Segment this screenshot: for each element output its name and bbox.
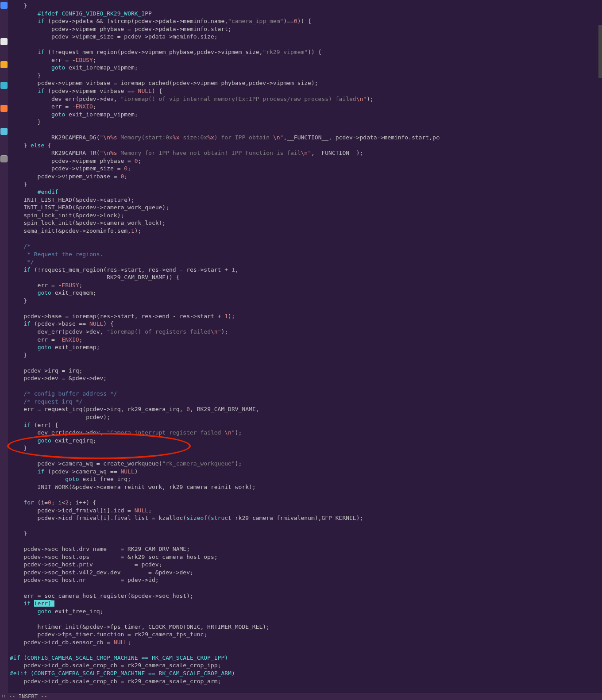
code-line: pcdev->vipmem_size = pcdev->pdata->memin… xyxy=(10,33,218,40)
code-line: err = soc_camera_host_register(&pcdev->s… xyxy=(10,592,193,599)
code-editor[interactable]: } #ifdef CONFIG_VIDEO_RK29_WORK_IPP if (… xyxy=(10,0,440,700)
right-panel-stub xyxy=(598,25,602,78)
code-line: goto exit_free_irq; xyxy=(10,608,103,615)
code-line: } xyxy=(10,119,41,125)
code-line: } xyxy=(10,445,27,451)
code-line: sema_init(&pcdev->zoominfo.sem,1); xyxy=(10,227,141,234)
code-line: * Request the regions. xyxy=(10,251,103,258)
code-line: pcdev->vipmem_virbase = 0; xyxy=(10,173,127,180)
code-line: } xyxy=(10,72,41,79)
code-line: if (pcdev->pdata && (strcmp(pcdev->pdata… xyxy=(10,18,311,24)
code-line: } xyxy=(10,352,27,358)
code-line: #ifdef CONFIG_VIDEO_RK29_WORK_IPP xyxy=(10,10,152,17)
code-line: INIT_WORK(&pcdev->camera_reinit_work, rk… xyxy=(10,484,256,490)
code-line: pcdev->irq = irq; xyxy=(10,367,82,374)
code-line: goto exit_ioremap; xyxy=(10,344,100,350)
code-line: if (pcdev->base == NULL) { xyxy=(10,320,114,327)
code-line: INIT_LIST_HEAD(&pcdev->capture); xyxy=(10,196,135,203)
code-line: */ xyxy=(10,258,34,265)
code-line: pcdev->soc_host.priv = pcdev; xyxy=(10,561,162,568)
code-line: pcdev->soc_host.v4l2_dev.dev = &pdev->de… xyxy=(10,569,193,576)
code-line: pcdev->soc_host.drv_name = RK29_CAM_DRV_… xyxy=(10,546,190,552)
vim-mode-label: -- INSERT -- xyxy=(9,693,47,700)
code-line: pcdev->vipmem_phybase = 0; xyxy=(10,158,141,164)
code-line: pcdev->vipmem_virbase = ioremap_cached(p… xyxy=(10,80,318,86)
code-line: /* config buffer address */ xyxy=(10,390,117,397)
code-line: pcdev->icd_frmival[i].icd = NULL; xyxy=(10,507,152,514)
code-line: hrtimer_init(&pcdev->fps_timer, CLOCK_MO… xyxy=(10,623,270,630)
code-line: RK29CAMERA_TR("\n%s Memory for IPP have … xyxy=(10,150,363,156)
cursor xyxy=(51,600,54,607)
code-line: err = -ENXIO; xyxy=(10,103,96,110)
code-line: pcdev->icd_cb.scale_crop_cb = rk29_camer… xyxy=(10,662,221,669)
code-line: spin_lock_init(&pcdev->camera_work_lock)… xyxy=(10,219,166,226)
status-bar: -- INSERT -- xyxy=(0,693,602,700)
code-line: /* request irq */ xyxy=(10,398,82,405)
code-line: err = -EBUSY; xyxy=(10,57,96,63)
code-line: } xyxy=(10,297,27,304)
launcher-icon[interactable] xyxy=(0,2,8,9)
code-line: if (!request_mem_region(res->start, res-… xyxy=(10,266,239,273)
code-line: #endif xyxy=(10,188,58,195)
code-line: } xyxy=(10,181,27,188)
code-line: pcdev->fps_timer.function = rk29_camera_… xyxy=(10,631,207,638)
code-line: } xyxy=(10,530,27,537)
code-line: /* xyxy=(10,243,31,250)
code-line: for (i=0; i<2; i++) { xyxy=(10,499,96,506)
launcher-icon[interactable] xyxy=(0,128,8,135)
code-line: pcdev->dev = &pdev->dev; xyxy=(10,375,107,381)
code-line: err = -ENXIO; xyxy=(10,336,82,343)
code-line: if (err) xyxy=(10,600,54,607)
code-line: pcdev->base = ioremap(res->start, res->e… xyxy=(10,313,235,319)
launcher-bar xyxy=(0,0,8,700)
code-line: dev_err(pcdev->dev, "ioremap() of vip in… xyxy=(10,96,374,102)
code-line: spin_lock_init(&pcdev->lock); xyxy=(10,212,124,219)
code-line: if (err) { xyxy=(10,422,58,428)
code-line: pcdev->vipmem_phybase = pcdev->pdata->me… xyxy=(10,26,232,32)
launcher-icon[interactable] xyxy=(0,105,8,112)
code-line: goto exit_reqmem; xyxy=(10,289,96,296)
launcher-icon[interactable] xyxy=(0,155,8,162)
code-line: goto exit_ioremap_vipmem; xyxy=(10,111,138,118)
code-line: INIT_LIST_HEAD(&pcdev->camera_work_queue… xyxy=(10,204,169,211)
code-line: if (pcdev->vipmem_virbase == NULL) { xyxy=(10,88,162,94)
code-line: RK29CAMERA_DG("\n%s Memory(start:0x%x si… xyxy=(10,134,440,141)
code-line: RK29_CAM_DRV_NAME)) { xyxy=(10,274,180,281)
code-line: err = request_irq(pcdev->irq, rk29_camer… xyxy=(10,406,259,412)
code-line: err = -EBUSY; xyxy=(10,282,82,288)
code-line: pcdev->soc_host.nr = pdev->id; xyxy=(10,577,159,583)
code-line: if (pcdev->camera_wq == NULL) xyxy=(10,468,138,475)
code-line: } xyxy=(10,2,27,9)
code-line: pcdev->camera_wq = create_workqueue("rk_… xyxy=(10,460,242,467)
code-line: goto exit_free_irq; xyxy=(10,476,131,482)
launcher-icon[interactable] xyxy=(0,82,8,89)
code-line: pcdev->vipmem_size = 0; xyxy=(10,165,131,172)
code-line: pcdev->icd_cb.sensor_cb = NULL; xyxy=(10,639,131,646)
code-line: dev_err(pcdev->dev, "Camera interrupt re… xyxy=(10,429,242,436)
code-line: goto exit_reqirq; xyxy=(10,437,96,444)
code-line: } else { xyxy=(10,142,51,149)
code-line: dev_err(pcdev->dev, "ioremap() of regist… xyxy=(10,328,228,335)
code-line: pcdev->soc_host.ops = &rk29_soc_camera_h… xyxy=(10,554,218,560)
launcher-icon[interactable] xyxy=(0,38,8,45)
code-line: pcdev->icd_frmival[i].fival_list = kzall… xyxy=(10,515,363,521)
grip-icon xyxy=(2,694,6,699)
code-line: #if (CONFIG_CAMERA_SCALE_CROP_MACHINE ==… xyxy=(10,654,228,661)
launcher-icon[interactable] xyxy=(0,61,8,68)
code-line: goto exit_ioremap_vipmem; xyxy=(10,64,138,71)
code-line: if (!request_mem_region(pcdev->vipmem_ph… xyxy=(10,49,321,55)
code-line: pcdev->icd_cb.scale_crop_cb = rk29_camer… xyxy=(10,678,221,685)
code-line: pcdev); xyxy=(10,414,110,420)
code-line: #elif (CONFIG_CAMERA_SCALE_CROP_MACHINE … xyxy=(10,670,235,677)
